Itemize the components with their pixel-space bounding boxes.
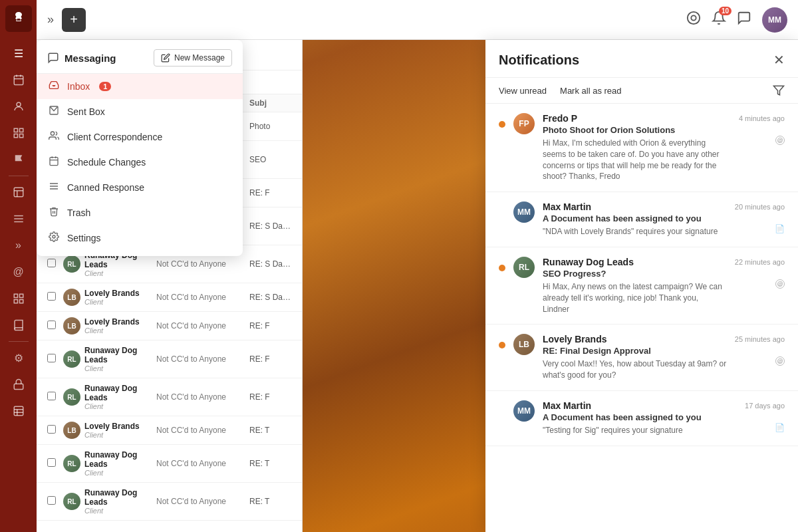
checkbox-input[interactable]: [47, 496, 56, 505]
support-icon[interactable]: [686, 11, 701, 29]
dropdown-title: Messaging: [65, 53, 116, 64]
notification-item[interactable]: RL Runaway Dog Leads SEO Progress? Hi Ma…: [485, 247, 798, 325]
at-icon: @: [775, 279, 785, 289]
sender-avatar: RL: [63, 388, 80, 406]
notification-time: 22 minutes ago: [735, 258, 785, 266]
messaging-dropdown: Messaging New Message Inbox 1 Sent Box: [37, 40, 243, 256]
view-unread-button[interactable]: View unread: [499, 86, 547, 96]
expand-icon[interactable]: »: [47, 13, 54, 27]
inbox-row[interactable]: LB Lovely Brands Client Not CC'd to Anyo…: [37, 283, 302, 312]
notification-time: 20 minutes ago: [735, 203, 785, 211]
sender-info: Lovely Brands Client: [84, 422, 140, 439]
canned-icon: [47, 181, 61, 194]
row-checkbox[interactable]: [47, 321, 63, 331]
dropdown-item-canned[interactable]: Canned Response: [37, 175, 243, 200]
svg-rect-18: [14, 406, 23, 416]
inbox-row[interactable]: LB Lovely Brands Client Not CC'd to Anyo…: [37, 312, 302, 340]
user-avatar[interactable]: MM: [762, 7, 787, 33]
from-cell: RL Runaway Dog Leads Client: [63, 488, 156, 515]
sidebar-item-list[interactable]: [7, 207, 31, 231]
subject-cell: SEO: [249, 155, 291, 164]
row-checkbox[interactable]: [47, 458, 63, 469]
unread-dot: [499, 342, 505, 348]
svg-rect-9: [14, 188, 23, 197]
notification-item[interactable]: LB Lovely Brands RE: Final Design Approv…: [485, 325, 798, 391]
dropdown-item-settings[interactable]: Settings: [37, 225, 243, 251]
row-checkbox[interactable]: [47, 259, 63, 269]
cc-cell: Not CC'd to Anyone: [156, 459, 249, 468]
inbox-row[interactable]: RL Runaway Dog Leads Client Not CC'd to …: [37, 483, 302, 521]
svg-point-23: [691, 15, 696, 20]
schedule-item-label: Schedule Changes: [67, 157, 146, 168]
from-cell: RL Runaway Dog Leads Client: [63, 450, 156, 477]
sidebar-item-box[interactable]: [7, 180, 31, 204]
sidebar-item-at[interactable]: @: [7, 260, 31, 284]
cc-cell: Not CC'd to Anyone: [156, 321, 249, 331]
sidebar-item-flag[interactable]: [7, 148, 31, 172]
checkbox-input[interactable]: [47, 259, 56, 267]
row-checkbox[interactable]: [47, 425, 63, 436]
checkbox-input[interactable]: [47, 458, 56, 467]
sidebar-item-menu[interactable]: ☰: [7, 41, 31, 65]
svg-rect-8: [19, 134, 23, 138]
dropdown-item-trash[interactable]: Trash: [37, 200, 243, 225]
row-checkbox[interactable]: [47, 496, 63, 507]
checkbox-input[interactable]: [47, 425, 56, 434]
notification-item[interactable]: MM Max Martin A Document has been assign…: [485, 192, 798, 247]
sidebar-logo[interactable]: [5, 5, 32, 32]
sidebar-item-calendar[interactable]: [7, 68, 31, 92]
sidebar-item-book[interactable]: [7, 313, 31, 337]
notification-item[interactable]: MM Max Martin A Document has been assign…: [485, 391, 798, 446]
inbox-row[interactable]: RL Runaway Dog Leads Client Not CC'd to …: [37, 445, 302, 483]
new-message-button[interactable]: New Message: [154, 49, 232, 66]
subject-cell: Photo: [249, 122, 291, 131]
sender-avatar: RL: [63, 493, 80, 510]
mark-all-read-button[interactable]: Mark all as read: [560, 86, 621, 96]
row-checkbox[interactable]: [47, 392, 63, 402]
dropdown-item-sent[interactable]: Sent Box: [37, 99, 243, 124]
subject-cell: RE: S Dado: [249, 293, 291, 302]
sidebar-item-grid[interactable]: [7, 287, 31, 311]
add-button[interactable]: +: [62, 8, 86, 32]
sender-name: Runaway Dog Leads: [84, 450, 156, 469]
cc-cell: Not CC'd to Anyone: [156, 497, 249, 506]
notification-body: Runaway Dog Leads SEO Progress? Hi Max, …: [543, 257, 727, 315]
subject-cell: RE: T: [249, 426, 291, 435]
checkbox-input[interactable]: [47, 321, 56, 329]
notification-subject: SEO Progress?: [543, 269, 727, 279]
sidebar-item-table[interactable]: [7, 399, 31, 423]
notifications-close-button[interactable]: ✕: [773, 52, 785, 68]
filter-icon[interactable]: [773, 84, 785, 96]
dropdown-item-schedule[interactable]: Schedule Changes: [37, 150, 243, 175]
sidebar-item-expand[interactable]: »: [7, 233, 31, 257]
checkbox-input[interactable]: [47, 392, 56, 400]
row-checkbox[interactable]: [47, 354, 63, 364]
inbox-row[interactable]: LB Lovely Brands Client Not CC'd to Anyo…: [37, 416, 302, 445]
inbox-row[interactable]: RL Runaway Dog Leads Client Not CC'd to …: [37, 340, 302, 378]
from-cell: RL Runaway Dog Leads Client: [63, 384, 156, 410]
inbox-row[interactable]: RL Runaway Dog Leads Client Not CC'd to …: [37, 378, 302, 416]
subject-cell: RE: F: [249, 392, 291, 402]
svg-rect-14: [19, 294, 23, 297]
sender-info: Runaway Dog Leads Client: [84, 346, 156, 372]
notification-item[interactable]: FP Fredo P Photo Shoot for Orion Solutio…: [485, 104, 798, 192]
unread-dot: [499, 121, 505, 128]
sender-avatar: LB: [63, 422, 80, 439]
svg-rect-16: [19, 300, 23, 303]
checkbox-input[interactable]: [47, 292, 56, 301]
sidebar-item-projects[interactable]: [7, 121, 31, 145]
notifications-icon[interactable]: 10: [712, 11, 726, 29]
chat-icon[interactable]: [737, 11, 751, 29]
subject-cell: RE: F: [249, 321, 291, 331]
row-checkbox[interactable]: [47, 292, 63, 303]
dropdown-item-inbox[interactable]: Inbox 1: [37, 74, 243, 99]
avatar-initials: RL: [513, 257, 535, 278]
sidebar-item-contacts[interactable]: [7, 94, 31, 118]
checkbox-input[interactable]: [47, 354, 56, 362]
notification-body: Max Martin A Document has been assigned …: [543, 400, 737, 436]
subject-cell: RE: F: [249, 354, 291, 364]
sidebar-item-lock[interactable]: [7, 372, 31, 396]
unread-dot: [499, 265, 505, 271]
sidebar-item-settings[interactable]: ⚙: [7, 346, 31, 370]
dropdown-item-client[interactable]: Client Correspondence: [37, 124, 243, 150]
